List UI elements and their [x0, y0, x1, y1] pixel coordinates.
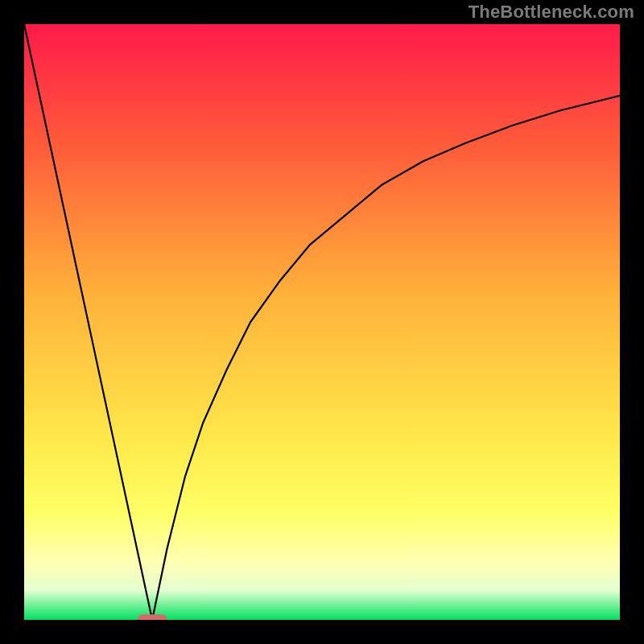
watermark-text: TheBottleneck.com — [469, 2, 634, 23]
bottleneck-chart — [24, 24, 620, 620]
chart-frame: TheBottleneck.com — [0, 0, 644, 644]
gradient-background — [24, 24, 620, 620]
optimal-marker — [138, 614, 167, 620]
optimal-marker-rect — [138, 614, 167, 620]
